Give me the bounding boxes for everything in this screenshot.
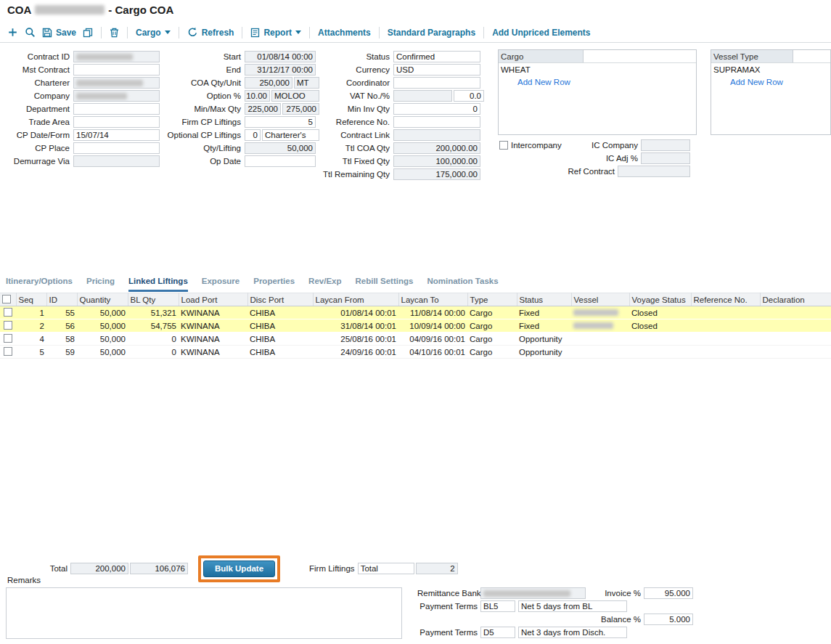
total-quantity-field: 200,000	[70, 563, 128, 574]
reference-no-field[interactable]	[393, 116, 480, 128]
vessel-add-new-row-link[interactable]: Add New Row	[730, 78, 830, 86]
charterer-field[interactable]	[73, 77, 160, 89]
ic-adj-pct-field[interactable]	[641, 152, 690, 164]
col-quantity[interactable]: Quantity	[77, 293, 128, 306]
table-row[interactable]: 1 55 50,000 51,321 KWINANA CHIBA 01/08/1…	[0, 306, 831, 319]
ref-contract-field[interactable]	[618, 166, 690, 177]
vessel-type-row[interactable]: SUPRAMAX	[711, 63, 830, 76]
col-disc-port[interactable]: Disc Port	[247, 293, 313, 306]
tab-rev-exp[interactable]: Rev/Exp	[308, 277, 341, 292]
cargo-dropdown[interactable]: Cargo	[136, 28, 171, 38]
tab-nomination-tasks[interactable]: Nomination Tasks	[427, 277, 498, 292]
col-reference-no[interactable]: Reference No.	[691, 293, 760, 306]
optional-cp-owner-field[interactable]: Charterer's	[262, 129, 319, 141]
col-vessel[interactable]: Vessel	[571, 293, 629, 306]
payment-terms-code-field[interactable]: BL5	[480, 600, 515, 612]
table-row[interactable]: 5 59 50,000 0 KWINANA CHIBA 24/09/16 00:…	[0, 346, 831, 359]
row-checkbox[interactable]	[4, 308, 12, 317]
status-field[interactable]: Confirmed	[393, 51, 480, 62]
col-load-port[interactable]: Load Port	[179, 293, 247, 306]
ttl-remaining-qty-label: Ttl Remaining Qty	[319, 170, 393, 179]
form-column-mid: Start01/08/14 00:00 End31/12/17 00:00 CO…	[161, 50, 316, 168]
currency-field[interactable]: USD	[393, 64, 480, 76]
coordinator-field[interactable]	[393, 77, 480, 89]
form-column-left: Contract ID Mst Contract Charterer Compa…	[6, 50, 160, 168]
option-pct-label: Option %	[161, 91, 245, 100]
title-prefix: COA	[7, 4, 31, 16]
cp-date-form-field[interactable]: 15/07/14	[73, 129, 160, 141]
qty-lifting-field[interactable]: 50,000	[245, 142, 316, 154]
save-button[interactable]: Save	[42, 28, 76, 38]
start-field[interactable]: 01/08/14 00:00	[245, 51, 316, 62]
tab-rebill-settings[interactable]: Rebill Settings	[356, 277, 414, 292]
payment-terms-code-field[interactable]: D5	[480, 627, 515, 638]
tab-pricing[interactable]: Pricing	[86, 277, 115, 292]
remarks-textarea[interactable]	[6, 587, 402, 639]
min-qty-field[interactable]: 225,000	[245, 103, 281, 115]
company-field[interactable]	[73, 90, 160, 102]
col-status[interactable]: Status	[517, 293, 571, 306]
op-date-field[interactable]	[245, 155, 316, 167]
firm-liftings-mode-select[interactable]: Total	[358, 563, 414, 574]
toolbar: Save Cargo Refresh Report Attachments St…	[0, 23, 831, 43]
row-checkbox[interactable]	[4, 334, 12, 343]
max-qty-field[interactable]: 275,000	[282, 103, 319, 115]
table-row[interactable]: 4 58 50,000 0 KWINANA CHIBA 25/08/16 00:…	[0, 333, 831, 346]
refresh-button[interactable]: Refresh	[187, 27, 234, 38]
min-inv-qty-field[interactable]: 0	[393, 103, 480, 115]
col-seq[interactable]: Seq	[16, 293, 46, 306]
col-laycan-from[interactable]: Laycan From	[313, 293, 398, 306]
ic-company-field[interactable]	[641, 139, 690, 151]
option-type-field[interactable]: MOLOO	[271, 90, 319, 102]
firm-cp-liftings-field[interactable]: 5	[245, 116, 316, 128]
cp-place-field[interactable]	[73, 142, 160, 154]
optional-cp-liftings-label: Optional CP Liftings	[161, 131, 245, 139]
contract-link-field[interactable]	[393, 129, 480, 141]
balance-pct-field[interactable]: 5.000	[644, 614, 693, 625]
tab-properties[interactable]: Properties	[253, 277, 295, 292]
col-declaration[interactable]: Declaration	[760, 293, 831, 306]
attachments-button[interactable]: Attachments	[318, 28, 371, 38]
cargo-row[interactable]: WHEAT	[499, 63, 696, 76]
payments-section: Remittance Bank Invoice % 95.000 Payment…	[417, 587, 831, 639]
cargo-column-header: Cargo	[499, 50, 584, 62]
mst-contract-field[interactable]	[73, 64, 160, 76]
add-button[interactable]	[7, 27, 18, 38]
invoice-pct-field[interactable]: 95.000	[644, 587, 693, 599]
report-dropdown[interactable]: Report	[250, 28, 301, 38]
cargo-add-new-row-link[interactable]: Add New Row	[517, 78, 696, 86]
row-checkbox[interactable]	[4, 321, 12, 330]
intercompany-checkbox[interactable]	[499, 141, 508, 150]
option-pct-field[interactable]: 10.00	[245, 90, 270, 102]
tab-itinerary-options[interactable]: Itinerary/Options	[6, 277, 73, 292]
payment-terms-desc-field: Net 3 days from Disch.	[518, 627, 627, 638]
end-field[interactable]: 31/12/17 00:00	[245, 64, 316, 76]
col-type[interactable]: Type	[467, 293, 517, 306]
tab-linked-liftings[interactable]: Linked Liftings	[128, 277, 188, 292]
add-unpriced-elements-button[interactable]: Add Unpriced Elements	[492, 28, 590, 38]
coa-qty-field[interactable]: 250,000	[245, 77, 292, 89]
demurrage-via-field[interactable]	[73, 155, 160, 167]
tab-exposure[interactable]: Exposure	[202, 277, 240, 292]
standard-paragraphs-button[interactable]: Standard Paragraphs	[388, 28, 475, 38]
search-button[interactable]	[25, 27, 36, 38]
trade-area-field[interactable]	[73, 116, 160, 128]
row-checkbox[interactable]	[4, 347, 12, 356]
select-all-checkbox[interactable]	[2, 295, 11, 303]
optional-cp-liftings-field[interactable]: 0	[245, 129, 261, 141]
table-row[interactable]: 2 56 50,000 54,755 KWINANA CHIBA 31/08/1…	[0, 319, 831, 333]
col-laycan-to[interactable]: Laycan To	[398, 293, 467, 306]
delete-button[interactable]	[110, 28, 119, 38]
bulk-update-button[interactable]: Bulk Update	[203, 561, 275, 577]
vat-pct-field[interactable]: 0.0	[454, 90, 484, 102]
contract-id-field[interactable]	[73, 51, 160, 62]
col-bl-qty[interactable]: BL Qty	[128, 293, 179, 306]
col-id[interactable]: ID	[46, 293, 77, 306]
copy-button[interactable]	[83, 28, 93, 38]
vat-no-field[interactable]	[393, 90, 452, 102]
coa-unit-field[interactable]: MT	[294, 77, 319, 89]
department-field[interactable]	[73, 103, 160, 115]
remittance-bank-field[interactable]	[480, 587, 586, 599]
intercompany-section: Intercompany IC Company IC Adj % Ref Con…	[499, 139, 690, 178]
col-voyage-status[interactable]: Voyage Status	[629, 293, 691, 306]
